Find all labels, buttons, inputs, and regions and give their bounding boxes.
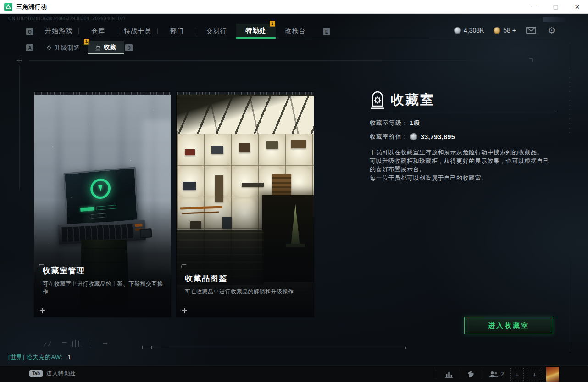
- panel-description: 干员可以在收藏室里存放和展示从危险行动中搜索到的收藏品。 可以升级收藏柜和珍藏柜…: [370, 148, 555, 182]
- invite-slot-2[interactable]: +: [528, 368, 541, 381]
- gold-coin-icon: [494, 27, 500, 34]
- display-case-icon: [370, 90, 385, 110]
- window-titlebar: 三角洲行动 — ▢ ✕: [0, 0, 588, 14]
- card1-title: 收藏室管理: [43, 265, 164, 276]
- gold-currency-value: 58 +: [503, 27, 516, 34]
- tab-special-ops-label: 特勤处: [246, 27, 266, 35]
- panel-desc-line3: 每一位干员都可以创造属于自己的收藏室。: [370, 174, 555, 182]
- silver-coin-icon: [454, 27, 461, 34]
- tab-operators[interactable]: 特战干员: [118, 24, 157, 39]
- upgrade-diamond-icon: [46, 45, 52, 51]
- tab-market[interactable]: 交易行: [197, 24, 236, 39]
- settings-gear-icon[interactable]: ⚙: [546, 25, 557, 35]
- card2-desc: 可在收藏品中进行收藏品的解锁和升级操作: [185, 288, 307, 296]
- main-nav: 开始游戏 仓库 特战干员 部门 交易行 特勤处 1 改枪台: [39, 24, 315, 39]
- chat-text: 1: [68, 354, 72, 360]
- mail-icon[interactable]: [526, 25, 537, 35]
- nav-left-keyhint: Q: [26, 28, 33, 35]
- subnav-right-keyhint: D: [125, 44, 133, 51]
- team-count: 2: [501, 371, 505, 377]
- card-collection-room-management[interactable]: 收藏室管理 可在收藏室中进行收藏品的上架、下架和交互操作: [34, 92, 171, 317]
- card2-corner-mark: [181, 264, 186, 269]
- app-logo-icon: [4, 3, 12, 11]
- bottom-bar: Tab 进入特勤处 2 + +: [0, 365, 588, 382]
- subtab-upgrade-craft[interactable]: 升级制造 1: [39, 41, 88, 54]
- decor-crosshair: [17, 58, 22, 63]
- tab-gunsmith[interactable]: 改枪台: [276, 24, 315, 39]
- nav-underline: [39, 39, 556, 39]
- enter-collection-room-button[interactable]: 进入收藏室: [464, 317, 553, 334]
- card1-desc: 可在收藏室中进行收藏品的上架、下架和交互操作: [43, 280, 164, 296]
- close-button[interactable]: ✕: [566, 0, 588, 14]
- subtab-collection-label: 收藏: [104, 43, 116, 51]
- room-level-label: 收藏室等级：: [370, 119, 408, 127]
- panel-divider: [370, 113, 555, 113]
- account-uid: CN UID:1878136387486532938304_2026040911…: [8, 16, 126, 21]
- tab-special-ops[interactable]: 特勤处 1: [236, 24, 276, 39]
- decor-right-vline-bottom: [570, 257, 570, 352]
- card-collectible-catalog[interactable]: 收藏品图鉴 可在收藏品中进行收藏品的解锁和升级操作: [177, 92, 314, 317]
- game-viewport: CN UID:1878136387486532938304_2026040911…: [0, 14, 588, 382]
- decor-left-vline: [19, 67, 20, 190]
- tab-key-hint: Tab 进入特勤处: [29, 370, 76, 377]
- tab-start-game[interactable]: 开始游戏: [39, 24, 78, 39]
- sub-nav: 升级制造 1 收藏: [39, 41, 124, 54]
- panel-desc-line1: 干员可以在收藏室里存放和展示从危险行动中搜索到的收藏品。: [370, 148, 555, 157]
- value-coin-icon: [410, 133, 417, 140]
- panel-desc-line2: 可以升级收藏柜和珍藏柜，获得更好的展示效果，也可以根据自己的喜好布置展示台。: [370, 157, 555, 174]
- nav-right-keyhint: E: [323, 28, 330, 35]
- subtab-upgrade-label: 升级制造: [55, 44, 80, 52]
- decor-horizontal-line: [29, 60, 529, 61]
- collection-room-panel: 收藏室 收藏室等级： 1级 收藏室价值： 33,793,895 干员可以在收藏室…: [370, 90, 555, 183]
- chat-sender: [世界] 哈夫克的AW:: [8, 354, 63, 360]
- card2-title: 收藏品图鉴: [185, 273, 307, 284]
- silver-currency[interactable]: 4,308K: [454, 27, 484, 34]
- card1-caption: 收藏室管理 可在收藏室中进行收藏品的上架、下架和交互操作: [43, 265, 164, 296]
- tab-department[interactable]: 部门: [157, 24, 197, 39]
- invite-slot-1[interactable]: +: [510, 368, 524, 381]
- window-title: 三角洲行动: [16, 3, 47, 11]
- panel-title: 收藏室: [391, 91, 435, 109]
- card2-plus-mark: [182, 308, 187, 313]
- top-right-widget: [543, 17, 566, 22]
- panel-header: 收藏室: [370, 90, 555, 110]
- subtab-collection[interactable]: 收藏: [88, 41, 124, 54]
- card1-top-strip: [34, 92, 171, 95]
- tab-special-ops-badge: 1: [270, 21, 275, 27]
- team-members[interactable]: 2: [484, 368, 508, 380]
- subnav-left-keyhint: A: [26, 44, 33, 51]
- decor-chat-ruler: [141, 348, 407, 348]
- room-value-amount: 33,793,895: [421, 133, 455, 140]
- room-level-value: 1级: [410, 119, 420, 127]
- collection-dome-icon: [95, 45, 101, 51]
- app-window: 三角洲行动 — ▢ ✕ CN UID:187813638748653293830…: [0, 0, 588, 382]
- card2-top-strip: [177, 92, 314, 95]
- room-level-row: 收藏室等级： 1级: [370, 119, 555, 127]
- decor-tally-marks: [44, 340, 145, 350]
- card2-caption: 收藏品图鉴 可在收藏品中进行收藏品的解锁和升级操作: [185, 273, 307, 296]
- tab-warehouse[interactable]: 仓库: [78, 24, 118, 39]
- decor-side-code: [569, 64, 570, 133]
- card1-plus-mark: [40, 308, 45, 313]
- decor-corner-tick: [529, 58, 533, 62]
- room-value-label: 收藏室价值：: [370, 133, 408, 141]
- player-avatar[interactable]: [546, 366, 560, 382]
- tab-key: Tab: [29, 370, 43, 377]
- commend-hand-icon[interactable]: [463, 368, 479, 380]
- minimize-button[interactable]: —: [523, 0, 545, 14]
- gold-currency[interactable]: 58 +: [494, 27, 516, 34]
- tab-key-action: 进入特勤处: [46, 370, 76, 377]
- stats-chart-icon[interactable]: [441, 368, 457, 380]
- header-right: 4,308K 58 + ⚙: [454, 25, 557, 35]
- window-controls: — ▢ ✕: [523, 0, 588, 14]
- people-icon: [488, 371, 499, 378]
- maximize-button[interactable]: ▢: [545, 0, 566, 14]
- room-value-row: 收藏室价值： 33,793,895: [370, 133, 555, 141]
- top-right-line: [500, 20, 543, 20]
- silver-currency-value: 4,308K: [464, 27, 484, 34]
- chat-message: [世界] 哈夫克的AW: 1: [8, 353, 72, 361]
